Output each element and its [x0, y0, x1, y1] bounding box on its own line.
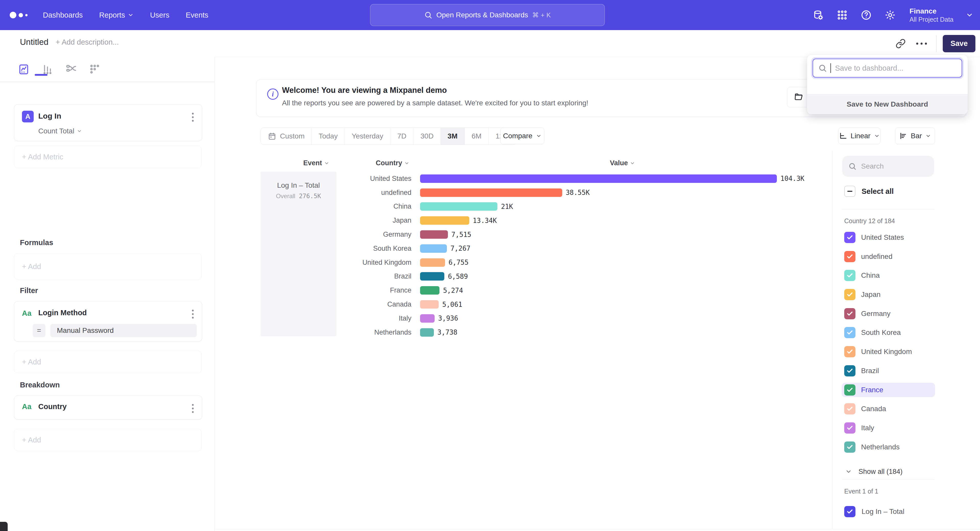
country-checkbox[interactable] — [844, 441, 856, 453]
event-name[interactable]: Log In — [38, 112, 61, 120]
country-checkbox[interactable] — [844, 289, 856, 300]
country-checkbox[interactable] — [844, 365, 856, 376]
column-header-value[interactable]: Value — [597, 159, 648, 167]
bar[interactable] — [420, 300, 439, 309]
compare-button[interactable]: Compare — [500, 127, 544, 144]
bar[interactable] — [420, 328, 434, 337]
report-title[interactable]: Untitled — [20, 37, 48, 47]
event-checkbox[interactable] — [844, 506, 856, 517]
country-checkbox[interactable] — [844, 346, 856, 357]
country-legend-row[interactable]: Italy — [842, 421, 935, 435]
apps-grid-icon[interactable] — [836, 9, 848, 21]
range-option[interactable]: 30D — [414, 128, 441, 144]
save-to-new-dashboard-button[interactable]: Save to New Dashboard — [807, 94, 968, 114]
bar[interactable] — [420, 314, 434, 323]
range-option[interactable]: Today — [312, 128, 345, 144]
country-legend-row[interactable]: China — [842, 268, 935, 282]
bar[interactable] — [420, 272, 444, 281]
country-checkbox[interactable] — [844, 251, 856, 262]
chevron-down-icon[interactable] — [966, 11, 974, 19]
check-icon — [846, 329, 853, 336]
nav-item-dashboards[interactable]: Dashboards — [43, 11, 83, 19]
aggregation-selector[interactable]: Count Total — [38, 127, 82, 135]
bar[interactable] — [420, 216, 469, 225]
tab-flows[interactable] — [65, 63, 77, 75]
divider — [936, 35, 937, 52]
tab-insights[interactable] — [18, 63, 30, 75]
kebab-menu-icon[interactable] — [190, 403, 195, 414]
bar[interactable] — [420, 202, 497, 211]
mixpanel-logo[interactable] — [10, 12, 31, 18]
country-legend-row[interactable]: Netherlands — [842, 440, 935, 454]
bar[interactable] — [420, 174, 777, 183]
event-legend-row[interactable]: Log In – Total — [844, 506, 904, 517]
nav-item-events[interactable]: Events — [186, 11, 208, 19]
country-legend-row[interactable]: Germany — [842, 307, 935, 321]
filter-operator[interactable]: = — [33, 324, 45, 337]
add-metric-button[interactable]: + Add Metric — [14, 146, 202, 168]
tab-funnels[interactable] — [41, 63, 53, 75]
bar[interactable] — [420, 286, 439, 295]
breakdown-property[interactable]: Country — [38, 403, 67, 411]
help-icon[interactable] — [860, 9, 872, 21]
chart-type-button[interactable]: Bar — [895, 127, 935, 144]
select-all-row[interactable]: Select all — [844, 185, 894, 197]
country-checkbox[interactable] — [844, 327, 856, 338]
save-to-dashboard-field[interactable] — [813, 59, 962, 78]
country-checkbox[interactable] — [844, 270, 856, 281]
add-breakdown-button[interactable]: + Add — [14, 429, 202, 451]
filter-property[interactable]: Login Method — [38, 309, 87, 317]
country-legend-row[interactable]: South Korea — [842, 325, 935, 340]
range-custom[interactable]: Custom — [261, 128, 312, 144]
country-legend-row[interactable]: undefined — [842, 249, 935, 264]
country-checkbox[interactable] — [844, 422, 856, 434]
country-checkbox[interactable] — [844, 403, 856, 414]
bar[interactable] — [420, 258, 445, 267]
show-all-toggle[interactable]: Show all (184) — [845, 465, 903, 479]
add-filter-button[interactable]: + Add — [14, 351, 202, 373]
global-search-button[interactable]: Open Reports & Dashboards ⌘ + K — [370, 4, 605, 26]
nav-item-reports[interactable]: Reports — [99, 11, 134, 19]
legend-search[interactable] — [842, 156, 934, 177]
country-checkbox[interactable] — [844, 384, 856, 396]
bar[interactable] — [420, 244, 447, 253]
copy-link-icon[interactable] — [892, 35, 910, 52]
metric-card[interactable]: A Log In Count Total — [14, 104, 202, 141]
save-to-dashboard-input[interactable] — [835, 64, 956, 73]
range-option[interactable]: 6M — [465, 128, 489, 144]
add-description-field[interactable]: + Add description... — [56, 38, 119, 46]
filter-value[interactable]: Manual Password — [50, 324, 197, 337]
legend-search-input[interactable] — [861, 162, 923, 171]
tab-retention[interactable] — [89, 63, 101, 75]
kebab-menu-icon[interactable] — [190, 111, 195, 123]
range-option[interactable]: Yesterday — [345, 128, 390, 144]
country-legend-row[interactable]: United States — [842, 230, 935, 244]
country-checkbox[interactable] — [844, 232, 856, 243]
filter-card[interactable]: Aa Login Method = Manual Password — [14, 301, 202, 341]
country-legend-row[interactable]: Canada — [842, 402, 935, 416]
project-switcher[interactable]: Finance All Project Data — [910, 7, 953, 23]
country-legend-row[interactable]: France — [842, 383, 935, 397]
range-option[interactable]: 7D — [390, 128, 414, 144]
check-icon — [846, 234, 853, 241]
country-checkbox[interactable] — [844, 308, 856, 319]
settings-gear-icon[interactable] — [884, 9, 896, 21]
select-all-checkbox[interactable] — [844, 185, 856, 197]
column-header-country[interactable]: Country — [367, 159, 418, 167]
data-management-icon[interactable] — [812, 9, 824, 21]
add-formula-button[interactable]: + Add — [14, 253, 202, 280]
kebab-menu-icon[interactable] — [190, 308, 195, 320]
range-option[interactable]: 3M — [441, 128, 465, 144]
country-legend-row[interactable]: United Kingdom — [842, 345, 935, 359]
scale-selector-button[interactable]: Linear — [838, 127, 880, 144]
breakdown-card[interactable]: Aa Country — [14, 396, 202, 420]
country-legend-row[interactable]: Brazil — [842, 364, 935, 378]
save-button[interactable]: Save — [943, 35, 975, 52]
more-options-icon[interactable] — [916, 43, 927, 44]
bar[interactable] — [420, 230, 448, 239]
country-legend-row[interactable]: Japan — [842, 287, 935, 302]
country-label: Italy — [861, 424, 874, 432]
nav-item-users[interactable]: Users — [150, 11, 169, 19]
bar[interactable] — [420, 189, 562, 197]
column-header-event[interactable]: Event — [291, 159, 342, 167]
